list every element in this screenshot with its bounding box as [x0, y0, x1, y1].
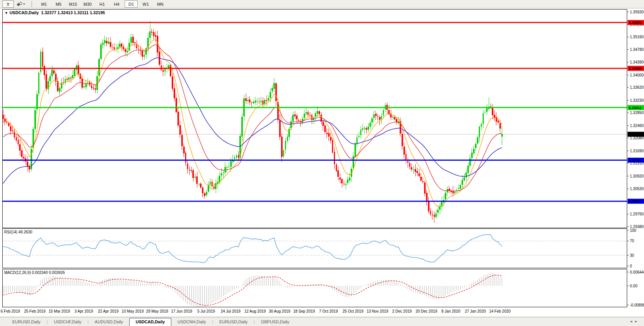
date-label: 13 Nov 2019 [367, 309, 389, 313]
date-label: 15 Mar 2019 [49, 309, 70, 313]
svg-text:0: 0 [630, 264, 632, 268]
timeframe-button-m15[interactable]: M15 [67, 0, 80, 8]
date-label: 3 Apr 2019 [75, 309, 93, 313]
chart-tab-usdcad-3[interactable]: USDCAD,Daily [129, 318, 171, 326]
rsi-label: RSI(14) 49.2630 [4, 230, 32, 234]
timeframe-button-d1[interactable]: D1 [125, 0, 138, 8]
svg-text:1.32195: 1.32195 [629, 132, 642, 136]
date-label: 27 Jan 2020 [465, 309, 486, 313]
date-label: 25 Oct 2019 [343, 309, 363, 313]
date-label: 22 Apr 2019 [98, 309, 119, 313]
tab-bar: EURUSD,Daily|USDCHF,Daily|AUDUSD,DailyUS… [0, 317, 644, 326]
svg-text:1.35606: 1.35606 [629, 20, 642, 24]
svg-text:0.006448: 0.006448 [630, 270, 644, 274]
date-label: 2 Dec 2019 [392, 309, 411, 313]
svg-text:1.32850: 1.32850 [630, 111, 644, 115]
macd-axis-ticks: 0.0064480.00-0.008982 [627, 270, 644, 307]
rsi-line [3, 235, 502, 262]
chart-tab-gbpusd-6[interactable]: GBPUSD,Daily [255, 318, 295, 326]
svg-text:1.29760: 1.29760 [630, 212, 644, 216]
toolbar-grip[interactable] [31, 2, 34, 7]
svg-text:1.34780: 1.34780 [630, 47, 644, 52]
timeframe-buttons: M1M5M15M30H1H4D1W1MN [37, 0, 167, 8]
chart-title-bar: ▼USDCAD,Daily 1.32377 1.32413 1.32111 1.… [5, 10, 105, 15]
rsi-axis-ticks: 10070300 [627, 228, 636, 268]
svg-text:1.33620: 1.33620 [630, 85, 644, 90]
rsi-value: 49.2630 [18, 230, 32, 234]
date-label: 24 Jul 2019 [221, 309, 241, 313]
date-label: 10 May 2019 [122, 309, 144, 313]
rsi-panel-canvas[interactable]: 10070300 [0, 228, 644, 268]
svg-text:1.30152: 1.30152 [629, 199, 642, 203]
date-label: 25 Feb 2019 [24, 309, 46, 313]
svg-text:1.34000: 1.34000 [630, 73, 644, 77]
svg-text:1.33230: 1.33230 [630, 98, 644, 103]
chart-symbol-title: USDCAD,Daily [10, 10, 39, 15]
tab-scroll-arrows: ◂▸ [630, 319, 640, 323]
svg-text:1.32460: 1.32460 [630, 124, 644, 128]
macd-label: MACD(12,26,9) 0.002340 0.003935 [4, 271, 65, 275]
timeframe-button-h4[interactable]: H4 [110, 0, 123, 8]
date-label: 8 Jan 2020 [441, 309, 460, 313]
chart-tab-audusd-2[interactable]: AUDUSD,Daily [89, 318, 129, 326]
svg-text:1.34206: 1.34206 [629, 66, 642, 70]
svg-text:1.30920: 1.30920 [630, 174, 644, 178]
macd-panel-canvas[interactable]: 0.0064480.00-0.008982 [0, 269, 644, 307]
timeframe-button-w1[interactable]: W1 [139, 0, 152, 8]
svg-text:0.00: 0.00 [630, 284, 637, 288]
ma-fast-line [3, 39, 502, 207]
date-axis[interactable]: 6 Feb 201925 Feb 201915 Mar 20193 Apr 20… [0, 308, 644, 316]
svg-text:100: 100 [630, 228, 636, 233]
timeframe-button-m30[interactable]: M30 [81, 0, 94, 8]
svg-text:1.31690: 1.31690 [630, 149, 644, 153]
date-label: 7 Oct 2019 [319, 309, 338, 313]
chart-tab-usdcnh-4[interactable]: USDCNH,Daily [171, 318, 212, 326]
date-label: 29 May 2019 [146, 309, 168, 313]
price-chart-canvas[interactable]: 1.359301.355501.351601.347801.343901.340… [0, 9, 644, 228]
svg-text:70: 70 [630, 239, 634, 243]
date-label: 6 Feb 2019 [1, 309, 20, 313]
chart-tab-usdchf-1[interactable]: USDCHF,Daily [48, 318, 88, 326]
text-tool-button[interactable]: T [2, 0, 14, 8]
chart-template-button[interactable]: ▾ [15, 1, 26, 7]
timeframe-button-m5[interactable]: M5 [52, 0, 65, 8]
macd-value-main: 0.002340 [32, 271, 48, 275]
svg-text:1.34390: 1.34390 [630, 60, 644, 64]
macd-histogram [3, 273, 502, 306]
chart-tab-eurusd-0[interactable]: EURUSD,Daily [6, 318, 47, 326]
date-label: 30 Aug 2019 [269, 309, 290, 313]
date-label: 14 Feb 2020 [489, 309, 511, 313]
macd-signal-line [3, 275, 502, 305]
tab-scroll-right-icon[interactable]: ▸ [635, 319, 640, 323]
candles [2, 21, 503, 223]
svg-text:-0.008982: -0.008982 [630, 303, 644, 307]
svg-text:1.35160: 1.35160 [630, 35, 644, 39]
macd-value-signal: 0.003935 [49, 271, 65, 275]
date-label: 5 Jul 2019 [197, 309, 215, 313]
timeframe-button-mn[interactable]: MN [154, 0, 167, 8]
timeframe-button-m1[interactable]: M1 [37, 0, 50, 8]
date-label: 17 Jun 2019 [171, 309, 192, 313]
timeframe-button-h1[interactable]: H1 [96, 0, 109, 8]
svg-text:1.31405: 1.31405 [629, 158, 642, 162]
tab-scroll-left-icon[interactable]: ◂ [630, 319, 635, 323]
macd-name: MACD(12,26,9) [4, 271, 31, 275]
svg-text:1.30530: 1.30530 [630, 187, 644, 191]
trading-terminal-window: T ▾ M1M5M15M30H1H4D1W1MN ▼USDCAD,Daily 1… [0, 0, 644, 326]
date-label: 20 Dec 2019 [416, 309, 437, 313]
chart-ohlc-values: 1.32377 1.32413 1.32111 1.32195 [41, 10, 105, 15]
date-label: 12 Aug 2019 [244, 309, 266, 313]
svg-text:30: 30 [630, 253, 634, 258]
chevron-down-icon: ▾ [23, 2, 25, 6]
price-axis-ticks: 1.359301.355501.351601.347801.343901.340… [627, 10, 644, 229]
chart-tab-eurusd-5[interactable]: EURUSD,Daily [213, 318, 254, 326]
svg-text:1.29380: 1.29380 [630, 225, 644, 229]
toolbar: T ▾ M1M5M15M30H1H4D1W1MN [0, 0, 644, 8]
chart-collapse-icon[interactable]: ▼ [5, 11, 8, 15]
chart-template-icon [16, 2, 23, 7]
svg-text:1.35930: 1.35930 [630, 10, 644, 14]
date-label: 18 Sep 2019 [293, 309, 315, 313]
svg-text:1.33011: 1.33011 [629, 106, 642, 110]
rsi-name: RSI(14) [4, 230, 17, 234]
